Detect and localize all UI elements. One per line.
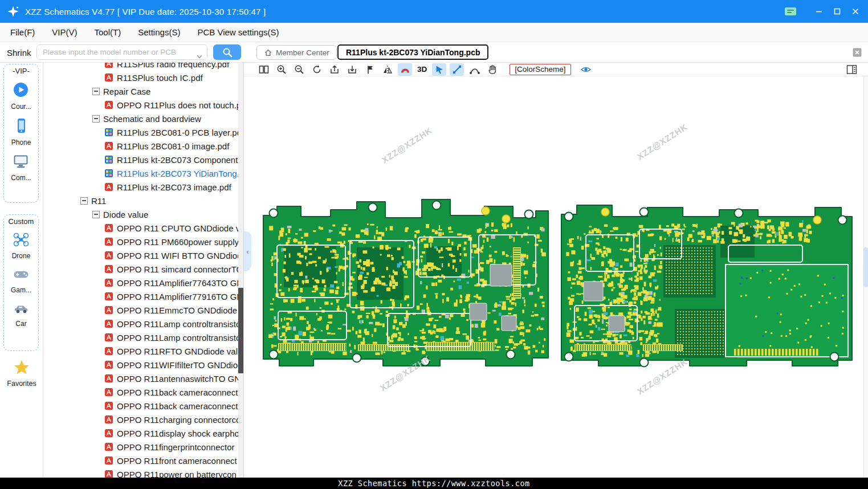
tree-item[interactable]: OPPO R11front cameraconnect: [43, 454, 243, 467]
sidebar-item-com[interactable]: Com...: [11, 154, 31, 182]
pdf-file-icon: [104, 223, 113, 233]
tree-item[interactable]: OPPO R11 WIFI BTTO GNDdiod: [43, 248, 243, 262]
feedback-card-icon[interactable]: [781, 0, 800, 23]
board-view-area[interactable]: XZZ@XZZHKXZZ@XZZHKXZZ@XZZHKXZZ@XZZHK ‹: [244, 76, 868, 478]
tree-item[interactable]: OPPO R11EmmcTO GNDdiode v: [43, 303, 243, 317]
drone-icon: [13, 233, 29, 249]
sidebar-item-gam[interactable]: Gam...: [11, 267, 31, 294]
favorites-button[interactable]: Favorites: [0, 359, 43, 388]
file-tree: R11SPlus radio frequency.pdfR11SPlus tou…: [43, 63, 243, 478]
custom-section-label: Custom: [9, 217, 34, 226]
tree-scrollbar-thumb[interactable]: [238, 288, 243, 373]
tree-item[interactable]: OPPO R11Lamp controltransisto: [43, 317, 243, 331]
tree-item[interactable]: OPPO R11Plus does not touch.p: [43, 98, 243, 112]
pdf-file-icon: [104, 347, 113, 356]
pdf-file-icon: [104, 292, 113, 301]
tree-item[interactable]: OPPO R11fingerprintconnector: [43, 440, 243, 454]
pdf-file-icon: [104, 278, 113, 287]
menu-item-vipv[interactable]: VIP(V): [52, 27, 77, 37]
sidebar-item-car[interactable]: Car: [11, 301, 31, 328]
zoom-out-icon[interactable]: [292, 63, 306, 76]
view-3d-button[interactable]: 3D: [415, 65, 429, 74]
red-overlay-icon[interactable]: [398, 63, 412, 76]
curve-icon[interactable]: [467, 63, 482, 76]
tree-item[interactable]: OPPO R11 CPUTO GNDdiode va: [43, 221, 243, 235]
favorites-star-icon: [13, 359, 30, 376]
tree-item[interactable]: OPPO R11Lamp controltransisto: [43, 331, 243, 344]
tree-folder[interactable]: Diode value: [43, 207, 243, 221]
canvas-toolbar: 3D [ColorScheme]: [244, 63, 868, 76]
tree-folder[interactable]: Schematic and boardview: [43, 112, 243, 125]
close-panel-icon[interactable]: [852, 47, 862, 60]
search-input[interactable]: [37, 45, 207, 59]
dual-view-icon[interactable]: [256, 63, 271, 76]
tree-item[interactable]: OPPO R11RFTO GNDdiode valu: [43, 344, 243, 358]
refresh-icon[interactable]: [309, 63, 324, 76]
tree-folder[interactable]: R11: [43, 194, 243, 207]
measure-icon[interactable]: [450, 63, 464, 76]
tree-item[interactable]: OPPO R11WIFIfilterTO GNDdioc: [43, 358, 243, 372]
cursor-arrow-icon[interactable]: [432, 63, 446, 76]
canvas-scrollbar-track[interactable]: [863, 76, 868, 478]
tree-item[interactable]: OPPO R11antennaswitchTO GN: [43, 372, 243, 385]
tree-item[interactable]: OPPO R11back cameraconnecto: [43, 385, 243, 399]
tree-item[interactable]: OPPO R11display shock earpho: [43, 426, 243, 440]
sidebar-item-drone[interactable]: Drone: [11, 233, 31, 260]
menu-item-pcbviewsettingss[interactable]: PCB View settings(S): [197, 27, 279, 37]
tree-item[interactable]: OPPO R11back cameraconnecto: [43, 399, 243, 413]
sidebar-item-phone[interactable]: Phone: [11, 118, 31, 146]
maximize-button[interactable]: [828, 0, 846, 23]
pin-flag-icon[interactable]: [362, 63, 377, 76]
tree-item[interactable]: OPPO R11Amplifier77643TO GN: [43, 276, 243, 290]
collapse-minus-icon[interactable]: [92, 211, 100, 218]
canvas-scrollbar-thumb[interactable]: [863, 247, 868, 287]
menu-item-filef[interactable]: File(F): [10, 27, 35, 37]
tree-item-label: OPPO R11back cameraconnecto: [117, 401, 243, 411]
chevron-down-icon[interactable]: [197, 51, 202, 61]
search-button[interactable]: [213, 44, 241, 60]
tree-item[interactable]: OPPO R11charging connectorco: [43, 413, 243, 426]
collapse-minus-icon[interactable]: [92, 115, 100, 123]
tree-item[interactable]: OPPO R11power on batterycon: [43, 467, 243, 478]
tree-item[interactable]: OPPO R11Amplifier77916TO GN: [43, 290, 243, 303]
tree-item[interactable]: OPPO R11 PM660power supply: [43, 235, 243, 248]
collapse-tree-handle[interactable]: ‹: [244, 231, 251, 271]
layer-panel-icon[interactable]: [845, 63, 859, 76]
tree-item[interactable]: R11Plus kt-2BC073 YiDianTong.: [43, 166, 243, 180]
tree-item[interactable]: R11Plus kt-2BC073 image.pdf: [43, 180, 243, 194]
zoom-in-icon[interactable]: [274, 63, 288, 76]
top-layer-icon[interactable]: [327, 63, 341, 76]
colorscheme-button[interactable]: [ColorScheme]: [510, 64, 570, 75]
collapse-minus-icon[interactable]: [92, 88, 100, 95]
tree-item[interactable]: OPPO R11 simcard connectorTO: [43, 262, 243, 276]
open-pcb-tab[interactable]: R11Plus kt-2BC073 YiDianTong.pcb: [337, 44, 488, 60]
tree-item-label: OPPO R11 PM660power supply: [117, 237, 239, 247]
member-center-button[interactable]: Member Center: [256, 45, 337, 60]
tree-item[interactable]: R11SPlus radio frequency.pdf: [43, 63, 243, 71]
pdf-file-icon: [104, 237, 113, 246]
minimize-button[interactable]: [810, 0, 828, 23]
pcb-canvas: 3D [ColorScheme] XZZ@XZZHKXZZ@XZZHKXZZ@X…: [244, 63, 868, 478]
flip-horizontal-icon[interactable]: [380, 63, 394, 76]
sidebar-item-cour[interactable]: Cour...: [11, 82, 31, 111]
menu-item-toolt[interactable]: Tool(T): [95, 27, 121, 37]
shrink-button[interactable]: Shrink: [3, 42, 35, 63]
tree-item[interactable]: R11Plus 2BC081-0 PCB layer.pcb: [43, 125, 243, 139]
visibility-eye-icon[interactable]: [579, 63, 593, 76]
tree-folder[interactable]: Repair Case: [43, 84, 243, 98]
tree-scrollbar-track[interactable]: [238, 63, 243, 478]
close-button[interactable]: [846, 0, 865, 23]
pdf-file-icon: [104, 73, 113, 82]
collapse-minus-icon[interactable]: [80, 197, 88, 205]
sidebar-item-label: Cour...: [11, 103, 31, 111]
tree-item[interactable]: R11Plus 2BC081-0 image.pdf: [43, 139, 243, 153]
tree-item[interactable]: R11Plus kt-2BC073 Component: [43, 153, 243, 166]
tree-item-label: OPPO R11Lamp controltransisto: [117, 333, 241, 343]
menu-item-settingss[interactable]: Settings(S): [138, 27, 180, 37]
pan-hand-icon[interactable]: [485, 63, 499, 76]
bottom-layer-icon[interactable]: [345, 63, 359, 76]
pdf-file-icon: [104, 141, 113, 150]
menu-bar: File(F)VIP(V)Tool(T)Settings(S)PCB View …: [0, 23, 868, 42]
pdf-file-icon: [104, 388, 113, 397]
tree-item[interactable]: R11SPlus touch IC.pdf: [43, 71, 243, 84]
